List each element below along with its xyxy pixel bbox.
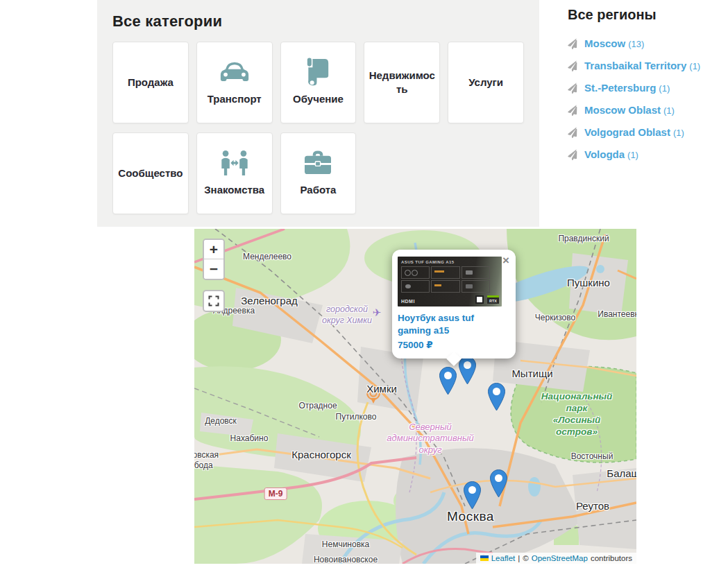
category-card-3[interactable]: Обучение: [280, 42, 357, 123]
map-marker-4[interactable]: [464, 481, 481, 510]
paper-plane-icon: [567, 127, 579, 139]
map-marker-1[interactable]: [439, 367, 457, 395]
categories-grid: Продажа Транспорт ОбучениеНедвижимостьУс…: [112, 42, 524, 214]
people-arrow-icon: [219, 149, 251, 177]
car-icon: [219, 59, 251, 85]
paper-plane-icon: [567, 60, 579, 72]
category-label: Услуги: [468, 76, 503, 89]
popup-close-icon[interactable]: ×: [502, 254, 509, 266]
ukraine-flag-icon: [480, 555, 489, 561]
zoom-control: + −: [203, 239, 225, 280]
regions-sidebar: Все регионы Moscow(13) Transbaikal Terri…: [568, 0, 724, 166]
category-card-2[interactable]: Транспорт: [196, 42, 273, 123]
map-attribution: Leaflet | © OpenStreetMap contributors: [476, 553, 636, 564]
category-label: Сообщество: [118, 166, 183, 180]
category-label: Продажа: [128, 76, 173, 89]
category-label: Транспорт: [208, 92, 262, 106]
listing-photo[interactable]: ASUS TUF GAMING A15 HDMI RTX: [398, 257, 502, 306]
categories-title: Все категории: [112, 12, 524, 31]
region-count: (13): [628, 39, 644, 49]
category-card-8[interactable]: Работа: [280, 132, 357, 214]
map-marker-3[interactable]: [488, 383, 505, 411]
attribution-suffix: contributors: [591, 554, 632, 562]
categories-panel: Все категории Продажа Транспорт Обучение…: [97, 0, 539, 227]
attribution-divider: |: [518, 554, 520, 562]
qr-code: [475, 295, 484, 304]
region-link[interactable]: Vologda: [584, 148, 625, 160]
copyright-symbol: ©: [523, 554, 528, 562]
region-link[interactable]: Moscow Oblast: [584, 104, 661, 116]
region-link[interactable]: St.-Petersburg: [584, 82, 656, 94]
category-label: Знакомства: [204, 183, 264, 197]
region-count: (1): [659, 83, 670, 94]
category-card-6[interactable]: Сообщество: [112, 132, 189, 214]
map-marker-2[interactable]: [459, 356, 476, 385]
main-column: Все категории Продажа Транспорт Обучение…: [97, 0, 539, 227]
map[interactable]: МенделеевоЗеленоградАндреевкагородской о…: [194, 229, 636, 564]
region-item-st-petersburg[interactable]: St.-Petersburg(1): [568, 77, 724, 99]
category-card-4[interactable]: Недвижимость: [364, 42, 440, 123]
region-count: (1): [627, 150, 638, 160]
category-label: Обучение: [293, 92, 344, 106]
popup-price: 75000 ₽: [398, 339, 507, 350]
photo-brand-text: ASUS TUF GAMING A15: [401, 260, 454, 264]
paper-plane-icon: [567, 38, 579, 50]
category-card-5[interactable]: Услуги: [448, 42, 524, 123]
popup-listing-link[interactable]: Ноутбук asus tuf gaming a15: [398, 312, 507, 337]
region-item-transbaikal-territory[interactable]: Transbaikal Territory(1): [568, 55, 724, 77]
regions-title: Все регионы: [568, 7, 724, 23]
category-label: Недвижимость: [369, 69, 435, 97]
region-link[interactable]: Moscow: [584, 37, 625, 49]
map-popup: × ASUS TUF GAMING A15 HDMI RTX Но: [392, 250, 516, 359]
region-link[interactable]: Volgograd Oblast: [584, 126, 670, 138]
category-card-7[interactable]: Знакомства: [196, 132, 273, 214]
region-item-moscow-oblast[interactable]: Moscow Oblast(1): [568, 99, 724, 121]
briefcase-icon: [303, 150, 333, 176]
scroll-icon: [304, 57, 332, 87]
map-marker-5[interactable]: [490, 469, 507, 498]
region-link[interactable]: Transbaikal Territory: [584, 60, 686, 71]
category-card-1[interactable]: Продажа: [112, 42, 189, 123]
photo-feature-grid: [401, 266, 490, 293]
category-label: Работа: [300, 183, 337, 197]
zoom-in-button[interactable]: +: [204, 240, 223, 259]
paper-plane-icon: [567, 105, 579, 116]
region-item-volgograd-oblast[interactable]: Volgograd Oblast(1): [568, 121, 724, 144]
fullscreen-button[interactable]: [203, 290, 225, 312]
paper-plane-icon: [567, 149, 579, 161]
rtx-badge: RTX: [487, 295, 499, 304]
osm-link[interactable]: OpenStreetMap: [532, 554, 588, 562]
hdmi-logo: HDMI: [401, 299, 415, 304]
zoom-out-button[interactable]: −: [204, 259, 223, 279]
leaflet-link[interactable]: Leaflet: [491, 554, 516, 562]
road-badge-m9: М-9: [264, 487, 287, 500]
region-item-moscow[interactable]: Moscow(13): [568, 33, 724, 55]
region-count: (1): [673, 128, 684, 138]
region-count: (1): [663, 105, 675, 116]
fullscreen-icon: [208, 295, 219, 306]
paper-plane-icon: [567, 83, 579, 94]
region-count: (1): [689, 61, 700, 71]
region-item-vologda[interactable]: Vologda(1): [568, 144, 724, 166]
